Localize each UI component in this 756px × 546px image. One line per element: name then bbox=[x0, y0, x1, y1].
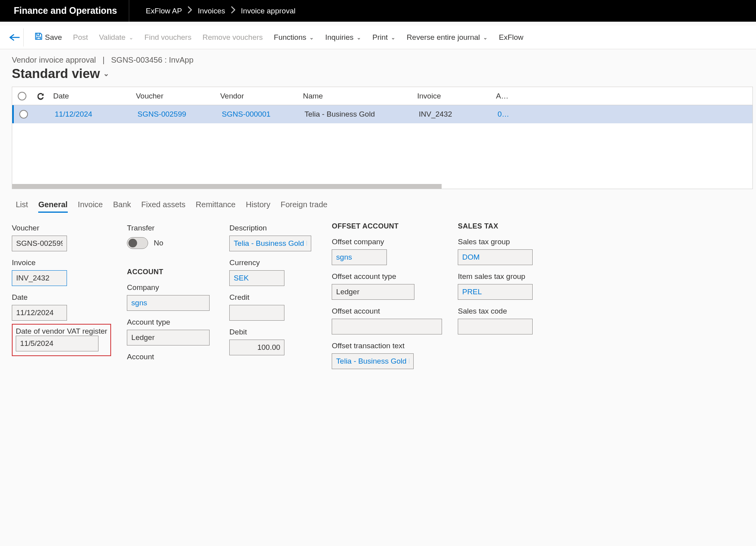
vat-date-label: Date of vendor VAT register bbox=[16, 327, 107, 336]
credit-label: Credit bbox=[229, 293, 316, 302]
chevron-down-icon: ⌄ bbox=[103, 69, 109, 78]
column-header-ap[interactable]: Ap bbox=[492, 92, 508, 100]
offset-account-section: OFFSET ACCOUNT bbox=[332, 222, 442, 230]
sales-tax-code-field[interactable] bbox=[458, 319, 533, 334]
reverse-journal-dropdown[interactable]: Reverse entire journal⌄ bbox=[407, 33, 488, 42]
functions-dropdown[interactable]: Functions⌄ bbox=[274, 33, 314, 42]
column-header-date[interactable]: Date bbox=[49, 92, 132, 100]
column-header-name[interactable]: Name bbox=[299, 92, 413, 100]
sales-tax-section: SALES TAX bbox=[458, 222, 533, 230]
column-header-invoice[interactable]: Invoice bbox=[413, 92, 492, 100]
select-all-checkbox[interactable] bbox=[12, 92, 32, 100]
chevron-down-icon: ⌄ bbox=[309, 34, 314, 41]
breadcrumb-item-1[interactable]: ExFlow AP bbox=[146, 7, 182, 15]
company-label: Company bbox=[127, 283, 214, 292]
transfer-label: Transfer bbox=[127, 224, 214, 232]
voucher-field[interactable] bbox=[12, 236, 67, 251]
debit-field[interactable] bbox=[229, 340, 284, 355]
offset-account-field[interactable] bbox=[332, 319, 442, 334]
description-field[interactable] bbox=[229, 236, 311, 251]
account-label: Account bbox=[127, 353, 214, 361]
page-title: Vendor invoice approval bbox=[12, 56, 96, 64]
tab-foreign-trade[interactable]: Foreign trade bbox=[280, 200, 327, 213]
top-header: Finance and Operations ExFlow AP Invoice… bbox=[0, 0, 756, 22]
cell-ap[interactable]: 00 bbox=[494, 110, 509, 119]
offset-account-type-label: Offset account type bbox=[332, 272, 442, 281]
invoice-label: Invoice bbox=[12, 258, 111, 267]
column-header-vendor[interactable]: Vendor bbox=[216, 92, 299, 100]
horizontal-scrollbar[interactable] bbox=[12, 184, 752, 189]
exflow-button[interactable]: ExFlow bbox=[499, 33, 523, 42]
app-title: Finance and Operations bbox=[14, 0, 129, 22]
invoice-field[interactable] bbox=[12, 270, 67, 286]
detail-tabs: List General Invoice Bank Fixed assets R… bbox=[0, 189, 756, 216]
offset-txn-text-label: Offset transaction text bbox=[332, 342, 442, 350]
transfer-value: No bbox=[154, 239, 163, 247]
date-label: Date bbox=[12, 293, 111, 302]
credit-field[interactable] bbox=[229, 305, 284, 321]
offset-company-field[interactable] bbox=[332, 249, 387, 265]
account-section: ACCOUNT bbox=[127, 268, 214, 276]
cell-name[interactable]: Telia - Business Gold bbox=[301, 110, 415, 119]
description-label: Description bbox=[229, 224, 316, 232]
offset-account-type-field[interactable] bbox=[332, 284, 414, 300]
grid-header-row: Date Voucher Vendor Name Invoice Ap bbox=[12, 87, 752, 105]
tab-remittance[interactable]: Remittance bbox=[196, 200, 236, 213]
breadcrumb-item-2[interactable]: Invoices bbox=[198, 7, 225, 15]
remove-vouchers-button[interactable]: Remove vouchers bbox=[202, 33, 263, 42]
offset-txn-text-field[interactable] bbox=[332, 353, 414, 369]
save-button[interactable]: Save bbox=[35, 32, 62, 42]
view-selector[interactable]: Standard view ⌄ bbox=[0, 66, 756, 87]
debit-label: Debit bbox=[229, 328, 316, 336]
chevron-down-icon: ⌄ bbox=[357, 34, 361, 41]
account-type-field[interactable] bbox=[127, 330, 210, 345]
tab-fixed-assets[interactable]: Fixed assets bbox=[141, 200, 186, 213]
vat-date-field[interactable] bbox=[16, 336, 98, 351]
tab-general[interactable]: General bbox=[38, 200, 67, 213]
table-row[interactable]: 11/12/2024 SGNS-002599 SGNS-000001 Telia… bbox=[12, 105, 752, 123]
currency-field[interactable] bbox=[229, 270, 284, 286]
save-icon bbox=[35, 32, 43, 42]
chevron-down-icon: ⌄ bbox=[391, 34, 396, 41]
action-bar: Save Post Validate⌄ Find vouchers Remove… bbox=[0, 26, 756, 49]
offset-company-label: Offset company bbox=[332, 238, 442, 246]
sales-tax-group-label: Sales tax group bbox=[458, 238, 533, 246]
sales-tax-code-label: Sales tax code bbox=[458, 307, 533, 316]
company-field[interactable] bbox=[127, 295, 210, 311]
journal-id: SGNS-003456 : InvApp bbox=[111, 56, 193, 64]
tab-history[interactable]: History bbox=[246, 200, 270, 213]
general-form: Voucher Invoice Date Date of vendor VAT … bbox=[0, 216, 756, 369]
tab-bank[interactable]: Bank bbox=[113, 200, 131, 213]
sales-tax-group-field[interactable] bbox=[458, 249, 533, 265]
chevron-down-icon: ⌄ bbox=[129, 34, 134, 41]
chevron-right-icon bbox=[188, 6, 192, 15]
cell-invoice[interactable]: INV_2432 bbox=[415, 110, 494, 119]
cell-vendor[interactable]: SGNS-000001 bbox=[218, 110, 301, 119]
chevron-down-icon: ⌄ bbox=[483, 34, 488, 41]
save-label: Save bbox=[45, 33, 62, 42]
cell-date[interactable]: 11/12/2024 bbox=[51, 110, 134, 119]
back-button[interactable] bbox=[6, 28, 24, 46]
date-field[interactable] bbox=[12, 305, 67, 321]
chevron-right-icon bbox=[231, 6, 236, 15]
inquiries-dropdown[interactable]: Inquiries⌄ bbox=[325, 33, 361, 42]
account-type-label: Account type bbox=[127, 318, 214, 327]
column-header-voucher[interactable]: Voucher bbox=[132, 92, 216, 100]
row-select-checkbox[interactable] bbox=[14, 110, 33, 119]
item-sales-tax-group-field[interactable] bbox=[458, 284, 533, 300]
transfer-toggle[interactable] bbox=[127, 237, 148, 249]
print-dropdown[interactable]: Print⌄ bbox=[372, 33, 396, 42]
view-name: Standard view bbox=[12, 66, 100, 81]
currency-label: Currency bbox=[229, 258, 316, 267]
find-vouchers-button[interactable]: Find vouchers bbox=[145, 33, 191, 42]
item-sales-tax-group-label: Item sales tax group bbox=[458, 272, 533, 281]
post-button[interactable]: Post bbox=[73, 33, 88, 42]
validate-dropdown[interactable]: Validate⌄ bbox=[99, 33, 133, 42]
tab-list[interactable]: List bbox=[16, 200, 28, 213]
vat-date-highlight: Date of vendor VAT register bbox=[12, 324, 111, 356]
cell-voucher[interactable]: SGNS-002599 bbox=[134, 110, 218, 119]
context-header: Vendor invoice approval | SGNS-003456 : … bbox=[0, 49, 756, 66]
refresh-button[interactable] bbox=[32, 92, 49, 100]
breadcrumb-item-3[interactable]: Invoice approval bbox=[241, 7, 295, 15]
tab-invoice[interactable]: Invoice bbox=[78, 200, 103, 213]
